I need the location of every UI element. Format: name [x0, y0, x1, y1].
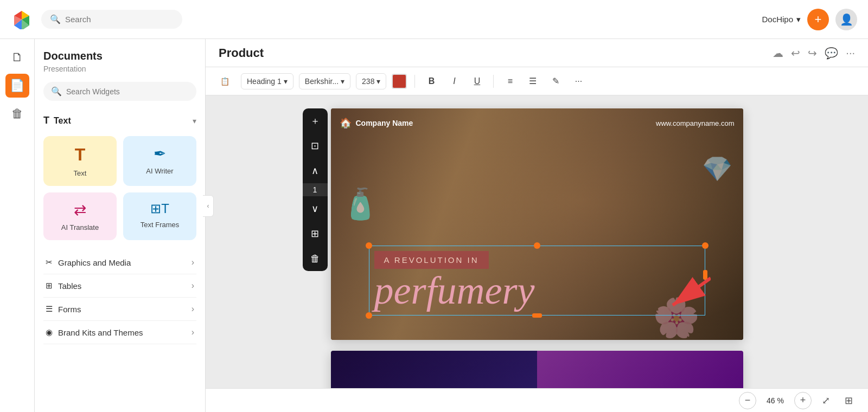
top-nav: 🔍 DocHipo ▾ + 👤	[0, 0, 868, 39]
tables-section[interactable]: ⊞ Tables ›	[43, 274, 196, 298]
slide-subtitle-text: A REVOLUTION IN	[374, 251, 489, 269]
cloud-save-icon[interactable]: ☁	[773, 47, 783, 60]
brand-name: DocHipo	[762, 15, 793, 24]
list-button[interactable]: ☰	[524, 73, 541, 90]
handle-top-left[interactable]	[366, 242, 372, 249]
more-text-options[interactable]: ···	[570, 73, 587, 90]
copy-style-button[interactable]: 📋	[214, 73, 235, 89]
text-color-picker[interactable]	[392, 74, 407, 89]
chevron-right-icon: ›	[192, 304, 194, 314]
graphics-icon: ✂	[46, 258, 53, 267]
align-left-button[interactable]: ≡	[501, 73, 519, 90]
brand-kits-section[interactable]: ◉ Brand Kits and Themes ›	[43, 321, 196, 344]
graphics-media-section[interactable]: ✂ Graphics and Media ›	[43, 251, 196, 274]
move-down-button[interactable]: ∨	[303, 196, 328, 221]
comment-icon[interactable]: 💬	[825, 47, 838, 60]
heading-style-dropdown[interactable]: Heading 1 ▾	[241, 73, 293, 89]
sidebar-item-edit[interactable]: 📄	[5, 74, 29, 98]
text-selection-block[interactable]: A REVOLUTION IN perfumery	[374, 251, 700, 310]
widget-ai-translate[interactable]: ⇄ AI Translate	[43, 192, 117, 240]
undo-icon[interactable]: ↩	[791, 47, 800, 60]
table-button[interactable]: ⊞	[303, 221, 328, 246]
sidebar-title: Documents	[43, 50, 196, 62]
zoom-in-button[interactable]: +	[794, 392, 812, 409]
chevron-right-icon: ›	[192, 258, 194, 267]
highlight-button[interactable]: ✎	[547, 73, 564, 90]
text-widget-icon: T	[75, 145, 86, 165]
separator	[493, 75, 494, 88]
delete-slide-button[interactable]: 🗑	[303, 246, 328, 271]
font-family-label: Berkshir...	[305, 77, 339, 86]
company-name-text: Company Name	[356, 119, 413, 127]
widget-text-label: Text	[74, 169, 87, 177]
handle-top-center[interactable]	[534, 242, 540, 249]
search-widgets-input[interactable]	[66, 87, 189, 96]
zoom-level-display: 46 %	[762, 396, 789, 405]
deco-gem-right: 💎	[702, 154, 732, 183]
slide-1[interactable]: 🏠 Company Name www.companyname.com 🧴 💎 🌸	[331, 108, 743, 340]
handle-mid-right[interactable]	[703, 270, 707, 280]
text-toolbar: 📋 Heading 1 ▾ Berkshir... ▾ 238 ▾ B I U …	[206, 67, 868, 95]
editor-actions: ☁ ↩ ↪ 💬 ···	[773, 47, 855, 60]
tables-icon: ⊞	[46, 281, 53, 291]
sidebar: Documents Presentation 🔍 T Text ▾ T Text…	[35, 39, 206, 412]
chevron-right-icon: ›	[192, 281, 194, 291]
dochipo-menu[interactable]: DocHipo ▾	[762, 15, 801, 24]
widget-ai-translate-label: AI Translate	[61, 223, 99, 231]
widget-text[interactable]: T Text	[43, 136, 117, 186]
text-frames-icon: ⊞T	[150, 201, 169, 216]
heading-style-label: Heading 1	[247, 77, 282, 86]
editor-main: Product ☁ ↩ ↪ 💬 ··· 📋 Heading 1 ▾ Berksh…	[206, 39, 868, 412]
layers-button[interactable]: ⊡	[303, 133, 328, 158]
slide-background: 🏠 Company Name www.companyname.com 🧴 💎 🌸	[331, 108, 743, 340]
handle-bottom-center[interactable]	[532, 313, 542, 318]
grid-view-button[interactable]: ⊞	[840, 392, 857, 409]
bottom-bar: − 46 % + ⤢ ⊞	[206, 388, 868, 412]
chevron-down-icon: ▾	[376, 77, 380, 86]
underline-button[interactable]: U	[468, 73, 486, 90]
search-input[interactable]	[65, 15, 174, 24]
zoom-out-button[interactable]: −	[739, 392, 756, 409]
sidebar-item-new-doc[interactable]: 🗋	[5, 46, 29, 69]
icon-bar: 🗋 📄 🗑	[0, 39, 35, 412]
sidebar-subtitle: Presentation	[43, 65, 196, 73]
chevron-right-icon: ›	[192, 327, 194, 337]
font-size-dropdown[interactable]: 238 ▾	[356, 73, 386, 89]
font-family-dropdown[interactable]: Berkshir... ▾	[299, 73, 350, 89]
global-search[interactable]: 🔍	[41, 10, 182, 29]
redo-icon[interactable]: ↪	[808, 47, 817, 60]
more-options-icon[interactable]: ···	[846, 47, 855, 59]
text-section-label: T Text	[43, 115, 71, 126]
text-section-header[interactable]: T Text ▾	[43, 112, 196, 130]
move-up-button[interactable]: ∧	[303, 158, 328, 183]
forms-section[interactable]: ☰ Forms ›	[43, 298, 196, 321]
logo[interactable]	[11, 8, 33, 31]
company-name: 🏠 Company Name	[340, 117, 413, 129]
sidebar-item-trash[interactable]: 🗑	[5, 102, 29, 126]
slide-1-container: ＋ ⊡ ∧ 1 ∨ ⊞ 🗑 🏠 Co	[331, 108, 743, 340]
ai-writer-icon: ✒	[154, 145, 166, 163]
search-widgets-icon: 🔍	[51, 86, 62, 96]
user-avatar[interactable]: 👤	[835, 9, 857, 30]
widget-search[interactable]: 🔍	[43, 82, 196, 101]
add-button[interactable]: +	[807, 9, 829, 30]
slide-main-text: perfumery	[374, 271, 700, 310]
font-size-label: 238	[362, 77, 374, 86]
add-element-button[interactable]: ＋	[303, 108, 328, 133]
handle-top-right[interactable]	[702, 242, 709, 249]
company-icon: 🏠	[340, 117, 352, 129]
sidebar-collapse-button[interactable]: ‹	[203, 195, 214, 217]
widget-text-frames-label: Text Frames	[141, 221, 180, 229]
italic-button[interactable]: I	[445, 73, 463, 90]
widget-text-frames[interactable]: ⊞T Text Frames	[123, 192, 196, 240]
bold-button[interactable]: B	[423, 73, 440, 90]
chevron-down-icon: ▾	[193, 117, 196, 125]
slide-header: 🏠 Company Name www.companyname.com	[340, 117, 735, 129]
text-icon: T	[43, 115, 49, 126]
handle-bottom-left[interactable]	[366, 312, 372, 319]
widget-ai-writer[interactable]: ✒ AI Writer	[123, 136, 196, 186]
editor-header: Product ☁ ↩ ↪ 💬 ···	[206, 39, 868, 67]
chevron-down-icon: ▾	[341, 77, 344, 86]
widget-ai-writer-label: AI Writer	[146, 167, 173, 175]
fullscreen-button[interactable]: ⤢	[817, 392, 834, 409]
